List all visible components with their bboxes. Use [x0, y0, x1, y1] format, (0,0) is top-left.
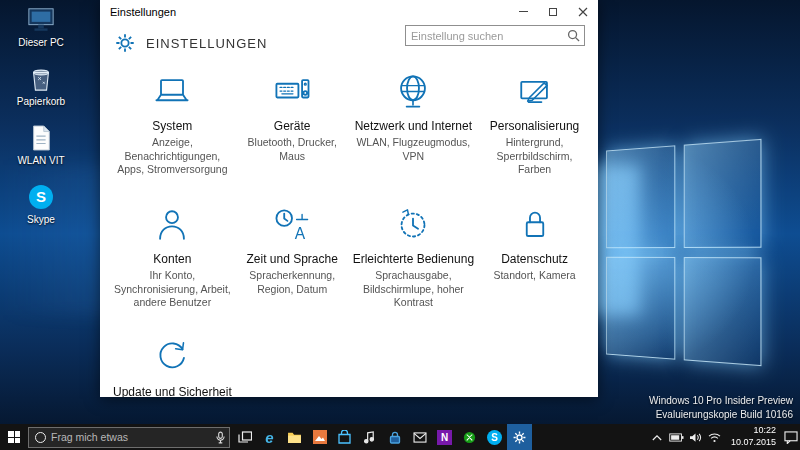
windows-logo-pane: [684, 257, 762, 366]
action-center-icon: [784, 431, 798, 444]
desktop-icon-dieser-pc[interactable]: Dieser PC: [8, 5, 74, 48]
desktop-icon-label: Papierkorb: [8, 96, 74, 107]
window-titlebar[interactable]: Einstellungen: [100, 0, 598, 23]
desktop-icon-skype[interactable]: S Skype: [8, 182, 74, 225]
battery-icon: [669, 433, 684, 442]
document-icon: [8, 123, 74, 153]
edge-icon: e: [265, 429, 273, 446]
computer-icon: [8, 5, 74, 35]
network-status[interactable]: [705, 424, 724, 450]
category-subtitle: Standort, Kamera: [484, 269, 585, 283]
settings-taskbar-button-active[interactable]: [507, 424, 532, 450]
desktop-icon-wlan-vit[interactable]: WLAN VIT: [8, 123, 74, 166]
category-title: Netzwerk und Internet: [353, 119, 474, 133]
skype-logo-letter: S: [29, 185, 53, 209]
category-title: Datenschutz: [484, 252, 585, 266]
wifi-icon: [708, 432, 721, 443]
task-view-icon: [238, 431, 252, 443]
laptop-icon: [150, 70, 194, 114]
windows-logo-wallpaper: [606, 139, 762, 366]
search-icon[interactable]: [567, 29, 584, 42]
category-subtitle: WLAN, Flugzeugmodus, VPN: [353, 136, 474, 163]
lock-app-button[interactable]: [382, 424, 407, 450]
system-tray: 10:22 10.07.2015: [648, 424, 800, 450]
category-subtitle: Hintergrund, Sperrbildschirm, Farben: [484, 136, 585, 177]
watermark-line2: Evaluierungskopie Build 10166: [649, 408, 793, 422]
tray-overflow-button[interactable]: [648, 424, 667, 450]
category-title: Update und Sicherheit: [113, 385, 232, 397]
lock-icon: [513, 203, 557, 247]
settings-category-system[interactable]: System Anzeige, Benachrichtigungen, Apps…: [108, 70, 237, 203]
windows-logo-pane: [606, 145, 675, 248]
taskbar-app-icons: e: [232, 424, 532, 450]
category-title: Konten: [113, 252, 232, 266]
windows-logo-icon: [8, 431, 20, 443]
start-button[interactable]: [0, 424, 28, 450]
settings-category-zeit-sprache[interactable]: A Zeit und Sprache Spracherkennung, Regi…: [237, 203, 348, 336]
music-note-icon: [363, 431, 376, 444]
category-title: Erleichterte Bedienung: [353, 252, 474, 266]
page-title: EINSTELLUNGEN: [146, 36, 267, 51]
taskbar-clock[interactable]: 10:22 10.07.2015: [724, 425, 781, 448]
photos-button[interactable]: [307, 424, 332, 450]
cortana-search-input[interactable]: [51, 431, 216, 443]
task-view-button[interactable]: [232, 424, 257, 450]
category-subtitle: Bluetooth, Drucker, Maus: [242, 136, 343, 163]
edge-button[interactable]: e: [257, 424, 282, 450]
action-center-button[interactable]: [781, 424, 800, 450]
windows-logo-pane: [684, 139, 762, 248]
cortana-icon: [35, 432, 46, 443]
ease-of-access-icon: [391, 203, 435, 247]
desktop-icon-papierkorb[interactable]: Papierkorb: [8, 64, 74, 107]
minimize-button[interactable]: [508, 0, 538, 23]
groove-music-button[interactable]: [357, 424, 382, 450]
photos-icon: [313, 430, 327, 444]
category-title: Geräte: [242, 119, 343, 133]
category-title: System: [113, 119, 232, 133]
settings-search-box[interactable]: [405, 25, 585, 46]
category-subtitle: Sprachausgabe, Bildschirmlupe, hoher Kon…: [353, 269, 474, 310]
svg-text:A: A: [295, 225, 306, 242]
desktop-icon-label: Dieser PC: [8, 37, 74, 48]
settings-category-konten[interactable]: Konten Ihr Konto, Synchronisierung, Arbe…: [108, 203, 237, 336]
volume-icon: [689, 432, 702, 443]
maximize-button[interactable]: [538, 0, 568, 23]
onenote-button[interactable]: N: [432, 424, 457, 450]
clock-date: 10.07.2015: [731, 437, 776, 449]
settings-category-geraete[interactable]: Geräte Bluetooth, Drucker, Maus: [237, 70, 348, 203]
file-explorer-button[interactable]: [282, 424, 307, 450]
volume-status[interactable]: [686, 424, 705, 450]
person-icon: [150, 203, 194, 247]
padlock-icon: [389, 431, 401, 444]
store-button[interactable]: [332, 424, 357, 450]
skype-taskbar-button[interactable]: S: [482, 424, 507, 450]
close-button[interactable]: [568, 0, 598, 23]
battery-status[interactable]: [667, 424, 686, 450]
devices-icon: [270, 70, 314, 114]
settings-search-input[interactable]: [406, 30, 567, 42]
microphone-icon[interactable]: [216, 431, 225, 444]
recycle-bin-icon: [8, 64, 74, 94]
update-icon: [150, 336, 194, 380]
file-explorer-icon: [287, 431, 302, 443]
settings-category-erleichterte-bedienung[interactable]: Erleichterte Bedienung Sprachausgabe, Bi…: [348, 203, 479, 336]
settings-category-personalisierung[interactable]: Personalisierung Hintergrund, Sperrbilds…: [479, 70, 590, 203]
cortana-search-box[interactable]: [28, 427, 230, 448]
desktop-icon-label: WLAN VIT: [8, 155, 74, 166]
category-subtitle: Ihr Konto, Synchronisierung, Arbeit, and…: [113, 269, 232, 310]
store-icon: [338, 430, 351, 444]
settings-category-netzwerk[interactable]: Netzwerk und Internet WLAN, Flugzeugmodu…: [348, 70, 479, 203]
xbox-button[interactable]: [457, 424, 482, 450]
mail-icon: [413, 432, 427, 443]
clock-language-icon: A: [270, 203, 314, 247]
skype-icon: S: [487, 430, 502, 445]
taskbar: e: [0, 424, 800, 450]
settings-category-update-sicherheit[interactable]: Update und Sicherheit: [108, 336, 237, 397]
settings-category-datenschutz[interactable]: Datenschutz Standort, Kamera: [479, 203, 590, 336]
desktop-icon-label: Skype: [8, 214, 74, 225]
category-subtitle: Anzeige, Benachrichtigungen, Apps, Strom…: [113, 136, 232, 177]
gear-icon: [512, 430, 527, 445]
category-title: Personalisierung: [484, 119, 585, 133]
globe-icon: [391, 70, 435, 114]
mail-button[interactable]: [407, 424, 432, 450]
